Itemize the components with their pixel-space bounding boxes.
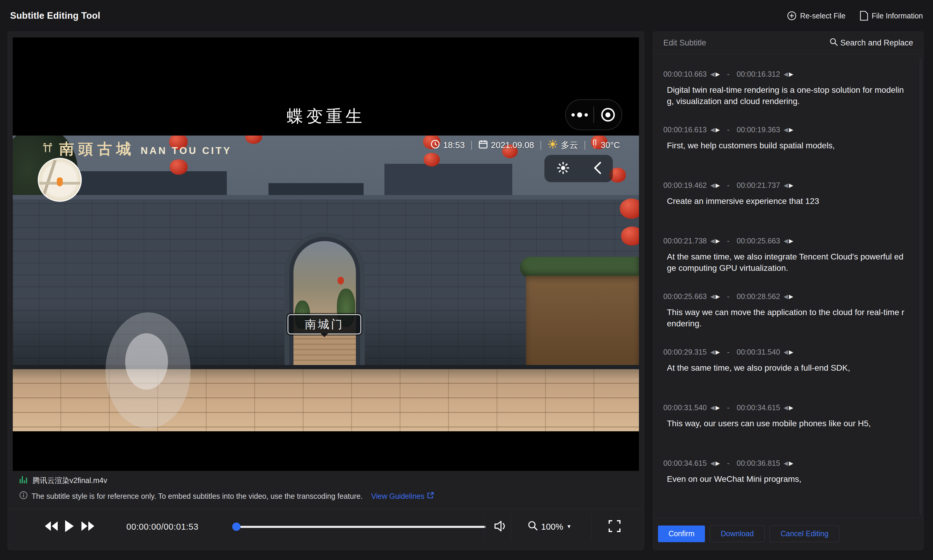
start-time-field[interactable]: 00:00:19.462 [663, 181, 707, 190]
file-icon [860, 11, 868, 21]
end-time-field[interactable]: 00:00:34.615 [737, 403, 780, 412]
subtitle-text-field[interactable]: Even on our WeChat Mini programs, [663, 474, 905, 485]
subtitle-entry: 00:00:21.738 ◀▶ - 00:00:25.663 ◀▶ At the… [663, 237, 913, 292]
start-time-field[interactable]: 00:00:31.540 [663, 403, 707, 412]
main-content: 蝶变重生 南頭古城 [0, 31, 933, 550]
edit-subtitle-panel: Edit Subtitle Search and Replace 00:00:1… [653, 31, 924, 550]
start-time-field[interactable]: 00:00:10.663 [663, 70, 707, 78]
play-button[interactable] [65, 520, 74, 534]
edit-panel-footer: Confirm Download Cancel Editing [653, 517, 923, 549]
end-time-field[interactable]: 00:00:31.540 [737, 348, 780, 356]
rewind-button[interactable] [45, 521, 58, 532]
scrollbar[interactable] [919, 57, 922, 514]
time-nudge-arrows-icon[interactable]: ◀▶ [710, 237, 720, 244]
miniprogram-capsule [565, 99, 622, 130]
time-nudge-arrows-icon[interactable]: ◀▶ [710, 404, 720, 411]
edit-panel-title: Edit Subtitle [663, 38, 706, 48]
arch-lantern [337, 277, 344, 285]
scene-hud: 18:53 2021.09.08 多云 [431, 139, 620, 151]
reselect-file-label: Re-select File [800, 12, 845, 20]
time-nudge-arrows-icon[interactable]: ◀▶ [710, 293, 720, 300]
back-chevron-icon [593, 162, 602, 176]
subtitle-text-field[interactable]: This way we can move the application to … [663, 307, 905, 329]
start-time-field[interactable]: 00:00:16.613 [663, 125, 707, 134]
zoom-control[interactable]: 100% ▼ [528, 520, 571, 533]
virtual-joystick-knob [125, 333, 168, 390]
reselect-file-button[interactable]: Re-select File [787, 11, 845, 20]
start-time-field[interactable]: 00:00:25.663 [663, 292, 707, 301]
end-time-field[interactable]: 00:00:21.737 [737, 181, 780, 190]
calendar-icon [479, 139, 488, 151]
volume-button[interactable] [494, 520, 508, 533]
subtitle-note-row: The subtitle style is for reference only… [19, 491, 639, 501]
clock-icon [431, 139, 440, 151]
fast-forward-button[interactable] [81, 521, 94, 532]
lantern [424, 153, 440, 166]
time-nudge-arrows-icon[interactable]: ◀▶ [710, 349, 720, 355]
end-time-field[interactable]: 00:00:16.312 [737, 70, 780, 78]
subtitle-text-field[interactable]: At the same time, we also provide a full… [663, 362, 905, 374]
time-nudge-arrows-icon[interactable]: ◀▶ [710, 460, 720, 467]
fullscreen-button[interactable] [609, 520, 620, 533]
subtitle-list[interactable]: 00:00:10.663 ◀▶ - 00:00:16.312 ◀▶ Digita… [653, 54, 923, 517]
exit-circle-icon [594, 108, 622, 122]
magnifier-icon [528, 520, 538, 533]
subtitle-text-field[interactable]: This way, our users can use mobile phone… [663, 418, 905, 429]
landmark-sign-zh: 南頭古城 [59, 139, 135, 159]
seek-slider[interactable] [234, 523, 485, 531]
equalizer-icon [19, 475, 28, 486]
time-nudge-arrows-icon[interactable]: ◀▶ [784, 237, 793, 244]
video-overlay-title: 蝶变重生 [13, 105, 639, 128]
hud-date: 2021.09.08 [479, 139, 534, 151]
subtitle-note-text: The subtitle style is for reference only… [32, 492, 363, 500]
nantou-logo-icon [41, 142, 54, 155]
subtitle-text-field[interactable]: Create an immersive experience that 123 [663, 195, 905, 207]
start-time-field[interactable]: 00:00:34.615 [663, 459, 707, 468]
file-information-button[interactable]: File Information [860, 11, 923, 21]
scene-bushes [520, 257, 639, 278]
view-guidelines-link[interactable]: View Guidelines [371, 492, 434, 500]
time-nudge-arrows-icon[interactable]: ◀▶ [784, 404, 793, 411]
confirm-button[interactable]: Confirm [658, 526, 705, 542]
start-time-field[interactable]: 00:00:29.315 [663, 348, 707, 356]
time-nudge-arrows-icon[interactable]: ◀▶ [710, 126, 720, 133]
subtitle-text-field[interactable]: Digital twin real-time rendering is a on… [663, 85, 905, 107]
seek-thumb[interactable] [232, 523, 240, 531]
end-time-field[interactable]: 00:00:28.562 [737, 292, 780, 301]
hud-temperature: 30°C [592, 139, 620, 151]
search-and-replace-button[interactable]: Search and Replace [830, 38, 913, 48]
download-button[interactable]: Download [710, 526, 765, 542]
external-link-icon [427, 492, 434, 500]
seek-track[interactable] [234, 526, 485, 528]
time-nudge-arrows-icon[interactable]: ◀▶ [710, 182, 720, 189]
start-time-field[interactable]: 00:00:21.738 [663, 237, 707, 245]
end-time-field[interactable]: 00:00:36.815 [737, 459, 780, 468]
subtitle-editing-tool-app: Subtitle Editing Tool Re-select File Fil… [0, 0, 933, 560]
zoom-level-value: 100% [541, 522, 563, 531]
time-nudge-arrows-icon[interactable]: ◀▶ [710, 71, 720, 78]
minimap-compass [38, 158, 82, 202]
subtitle-text-field[interactable]: At the same time, we also integrate Tenc… [663, 251, 905, 274]
video-file-row: 腾讯云渲染v2final.m4v [19, 475, 639, 486]
subtitle-text-field[interactable]: First, we help customers build spatial m… [663, 140, 905, 151]
player-control-bar: 00:00:00/00:01:53 100% ▼ [8, 509, 644, 544]
app-header: Subtitle Editing Tool Re-select File Fil… [0, 0, 933, 31]
time-nudge-arrows-icon[interactable]: ◀▶ [784, 71, 793, 78]
time-nudge-arrows-icon[interactable]: ◀▶ [784, 460, 793, 467]
file-information-label: File Information [872, 12, 923, 20]
end-time-field[interactable]: 00:00:19.363 [737, 125, 780, 134]
minimap-pin [57, 177, 63, 186]
time-nudge-arrows-icon[interactable]: ◀▶ [784, 293, 793, 300]
video-viewport[interactable]: 蝶变重生 南頭古城 [13, 37, 639, 471]
subtitle-entry: 00:00:19.462 ◀▶ - 00:00:21.737 ◀▶ Create… [663, 181, 913, 237]
gate-name-plaque: 南城门 [288, 314, 361, 334]
cancel-editing-button[interactable]: Cancel Editing [770, 526, 839, 542]
end-time-field[interactable]: 00:00:25.663 [737, 237, 780, 245]
lantern [620, 198, 639, 219]
time-nudge-arrows-icon[interactable]: ◀▶ [784, 182, 793, 189]
scene-control-box [544, 155, 613, 182]
time-nudge-arrows-icon[interactable]: ◀▶ [784, 126, 793, 133]
time-nudge-arrows-icon[interactable]: ◀▶ [784, 349, 793, 355]
video-filename: 腾讯云渲染v2final.m4v [32, 475, 107, 485]
search-icon [830, 38, 838, 48]
